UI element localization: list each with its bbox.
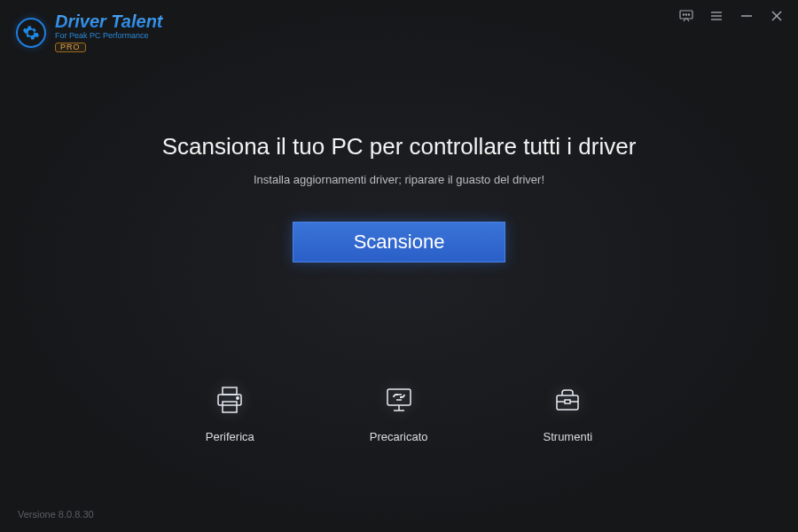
subheadline: Installa aggiornamenti driver; riparare …: [0, 173, 798, 186]
toolbox-icon: [548, 380, 587, 419]
preloaded-button[interactable]: Precaricato: [370, 380, 428, 443]
svg-rect-10: [223, 387, 237, 395]
bottom-actions: Periferica Precaricato Strumenti: [0, 380, 798, 443]
main-content: Scansiona il tuo PC per controllare tutt…: [0, 133, 798, 262]
svg-rect-12: [223, 402, 237, 412]
svg-rect-11: [218, 395, 241, 405]
preloaded-label: Precaricato: [370, 430, 428, 443]
peripheral-button[interactable]: Periferica: [206, 380, 254, 443]
app-title: Driver Talent: [55, 12, 163, 30]
svg-point-2: [685, 14, 686, 15]
app-tagline: For Peak PC Performance: [55, 32, 163, 40]
headline: Scansiona il tuo PC per controllare tutt…: [0, 133, 798, 160]
svg-rect-19: [565, 400, 570, 403]
monitor-link-icon: [379, 380, 419, 419]
printer-icon: [210, 380, 249, 419]
tools-label: Strumenti: [544, 430, 593, 443]
svg-point-13: [237, 397, 239, 399]
tools-button[interactable]: Strumenti: [544, 380, 593, 443]
app-logo: Driver Talent For Peak PC Performance PR…: [16, 12, 163, 52]
feedback-icon[interactable]: [679, 9, 693, 23]
gear-icon: [16, 18, 46, 48]
window-controls: [665, 0, 798, 32]
svg-rect-14: [387, 389, 411, 405]
scan-button[interactable]: Scansione: [293, 222, 505, 262]
version-label: Versione 8.0.8.30: [18, 509, 94, 520]
close-icon[interactable]: [770, 9, 784, 23]
menu-icon[interactable]: [709, 9, 724, 23]
minimize-icon[interactable]: [739, 9, 754, 23]
svg-point-1: [683, 14, 684, 15]
peripheral-label: Periferica: [206, 430, 254, 443]
pro-badge: PRO: [55, 43, 86, 52]
svg-point-3: [688, 14, 689, 15]
